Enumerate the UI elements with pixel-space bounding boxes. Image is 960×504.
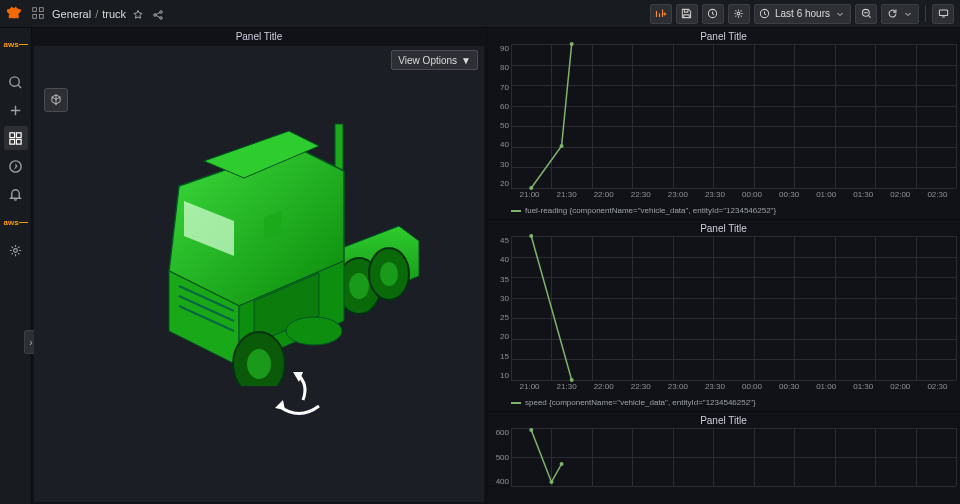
svg-point-23	[380, 262, 398, 286]
orbit-tool-button[interactable]	[44, 88, 68, 112]
breadcrumb-root[interactable]: General	[52, 8, 91, 20]
breadcrumb: General / truck	[52, 8, 126, 20]
chart-plot-area[interactable]: 9080706050403020 21:0021:3022:0022:3023:…	[511, 44, 956, 204]
svg-rect-2	[33, 14, 37, 18]
svg-point-12	[10, 76, 19, 85]
save-icon	[681, 8, 693, 20]
refresh-button[interactable]	[881, 4, 919, 24]
chart-plot-area[interactable]: 4540353025201510 21:0021:3022:0022:3023:…	[511, 236, 956, 396]
caret-down-icon: ▼	[461, 55, 471, 66]
svg-rect-15	[10, 139, 15, 144]
svg-rect-0	[33, 7, 37, 11]
y-axis: 600500400	[491, 428, 509, 486]
chart-panel-speed: Panel Title 4540353025201510 21:0021:302…	[487, 220, 960, 412]
truck-model-icon	[89, 106, 429, 386]
sidebar-item-search[interactable]	[4, 70, 28, 94]
chart-legend[interactable]: speed {componentName="vehicle_data", ent…	[487, 396, 960, 411]
zoom-out-icon	[860, 8, 872, 20]
chart-plot-area[interactable]: 600500400	[511, 428, 956, 486]
panel-title[interactable]: Panel Title	[32, 28, 486, 46]
svg-point-18	[14, 248, 18, 252]
right-chart-column: Panel Title 9080706050403020 21:0021:302…	[487, 28, 960, 504]
chart-panel-fuel: Panel Title 9080706050403020 21:0021:302…	[487, 28, 960, 220]
dashboard-grid-icon	[32, 5, 44, 23]
x-axis: 21:0021:3022:0022:3023:0023:3000:0000:30…	[511, 190, 956, 204]
refresh-icon	[886, 8, 898, 20]
scene-viewer-canvas[interactable]: View Options ▼	[34, 46, 484, 502]
grafana-logo-icon[interactable]	[6, 4, 26, 24]
svg-marker-39	[275, 400, 285, 410]
save-button[interactable]	[676, 4, 698, 24]
monitor-icon	[937, 8, 949, 20]
svg-point-36	[247, 349, 271, 379]
sidebar-item-config[interactable]	[4, 238, 28, 262]
svg-point-21	[349, 273, 369, 299]
chevron-down-icon	[834, 8, 846, 20]
svg-rect-3	[40, 14, 44, 18]
star-icon[interactable]	[132, 7, 146, 21]
svg-point-47	[549, 480, 553, 484]
y-axis: 4540353025201510	[491, 236, 509, 380]
svg-rect-11	[939, 10, 947, 16]
svg-point-43	[570, 42, 574, 46]
sidebar-item-explore[interactable]	[4, 154, 28, 178]
panel-title[interactable]: Panel Title	[487, 412, 960, 428]
add-chart-icon	[655, 8, 667, 20]
svg-rect-13	[10, 132, 15, 137]
tv-mode-button[interactable]	[932, 4, 954, 24]
svg-rect-1	[40, 7, 44, 11]
sidebar-item-aws[interactable]: aws	[4, 210, 28, 234]
svg-point-42	[560, 144, 564, 148]
sidebar-item-dashboards[interactable]	[4, 126, 28, 150]
svg-point-8	[738, 12, 741, 15]
dashboard-content: Panel Title View Options ▼	[32, 28, 960, 504]
x-axis: 21:0021:3022:0022:3023:0023:3000:0000:30…	[511, 382, 956, 396]
view-options-button[interactable]: View Options ▼	[391, 50, 478, 70]
chevron-down-icon	[902, 8, 914, 20]
panel-title[interactable]: Panel Title	[487, 28, 960, 44]
svg-rect-16	[16, 139, 21, 144]
clock-icon	[707, 8, 719, 20]
svg-point-46	[529, 428, 533, 432]
svg-point-37	[286, 317, 342, 345]
left-sidebar: aws aws ›	[0, 28, 32, 504]
zoom-out-button[interactable]	[855, 4, 877, 24]
svg-point-48	[560, 462, 564, 466]
sidebar-brand-aws[interactable]: aws	[4, 32, 28, 56]
sidebar-item-alerting[interactable]	[4, 182, 28, 206]
chart-legend[interactable]: fuel-reading {componentName="vehicle_dat…	[487, 204, 960, 219]
add-panel-button[interactable]	[650, 4, 672, 24]
history-button[interactable]	[702, 4, 724, 24]
clock-icon	[759, 8, 771, 20]
time-range-button[interactable]: Last 6 hours	[754, 4, 851, 24]
gear-icon	[733, 8, 745, 20]
chart-panel-3: Panel Title 600500400	[487, 412, 960, 487]
settings-button[interactable]	[728, 4, 750, 24]
breadcrumb-separator: /	[95, 8, 98, 20]
breadcrumb-page[interactable]: truck	[102, 8, 126, 20]
svg-point-44	[529, 234, 533, 238]
time-range-label: Last 6 hours	[775, 8, 830, 19]
panel-title[interactable]: Panel Title	[487, 220, 960, 236]
panel-3d-viewer: Panel Title View Options ▼	[32, 28, 487, 504]
y-axis: 9080706050403020	[491, 44, 509, 188]
sidebar-item-add[interactable]	[4, 98, 28, 122]
share-icon[interactable]	[152, 7, 166, 21]
svg-rect-14	[16, 132, 21, 137]
top-header: General / truck Last 6 hours	[0, 0, 960, 28]
